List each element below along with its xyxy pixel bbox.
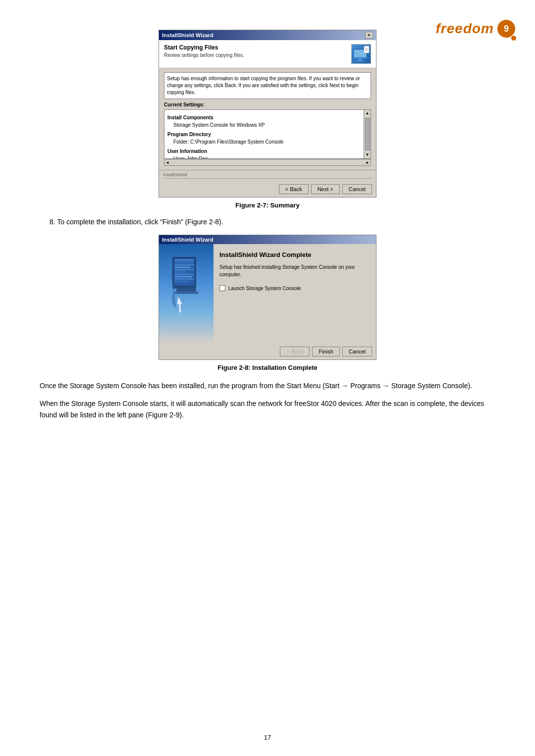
complete-title: InstallShield Wizard Complete xyxy=(219,251,370,258)
launch-label: Launch Storage System Console xyxy=(228,286,301,291)
user-value: User: John Doe xyxy=(173,155,362,159)
body-paragraph-2: When the Storage System Console starts, … xyxy=(40,398,495,420)
svg-rect-13 xyxy=(175,266,191,268)
titlebar-buttons-1: × xyxy=(365,32,373,39)
program-directory-value: Folder: C:\Program Files\Storage System … xyxy=(173,138,362,146)
wizard-footer-1: InstallShield xyxy=(159,170,376,181)
wizard2-left-panel xyxy=(159,244,214,343)
installshield-label-1: InstallShield xyxy=(163,172,187,177)
figure-7-area: InstallShield Wizard × Start Copying Fil… xyxy=(40,30,495,209)
wizard-title-2: InstallShield Wizard xyxy=(162,237,214,243)
wizard-dialog-summary: InstallShield Wizard × Start Copying Fil… xyxy=(159,30,376,198)
finish-button[interactable]: Finish xyxy=(312,347,339,356)
wizard-dialog-complete: InstallShield Wizard xyxy=(159,235,376,360)
logo-text: freedom xyxy=(436,21,494,37)
wizard-header-1: Start Copying Files Review settings befo… xyxy=(159,40,376,68)
logo-dot xyxy=(511,36,516,41)
wizard-header-title: Start Copying Files xyxy=(164,44,347,51)
install-components-label: Install Components xyxy=(167,114,362,121)
wizard-buttons-1: < Back Next > Cancel xyxy=(159,181,376,197)
wizard-titlebar-1: InstallShield Wizard × xyxy=(159,30,376,40)
program-directory-label: Program Directory xyxy=(167,131,362,138)
wizard2-right-panel: InstallShield Wizard Complete Setup has … xyxy=(214,244,376,343)
back-button-2[interactable]: < Back xyxy=(280,347,310,356)
svg-rect-21 xyxy=(174,292,198,294)
wizard-buttons-2: < Back Finish Cancel xyxy=(159,343,376,359)
wizard-header-text: Start Copying Files Review settings befo… xyxy=(164,44,347,58)
figure-8-caption: Figure 2-8: Installation Complete xyxy=(40,364,495,371)
next-button-1[interactable]: Next > xyxy=(311,184,340,194)
cancel-button-2[interactable]: Cancel xyxy=(342,347,372,356)
launch-checkbox-row: Launch Storage System Console xyxy=(219,285,370,291)
wizard-titlebar-2: InstallShield Wizard xyxy=(159,235,376,244)
svg-rect-16 xyxy=(175,274,194,275)
body-paragraph-1: Once the Storage System Console has been… xyxy=(40,380,495,391)
figure-7-caption: Figure 2-7: Summary xyxy=(40,202,495,209)
svg-rect-19 xyxy=(175,281,189,282)
logo-circle: 9 xyxy=(497,20,515,38)
svg-rect-14 xyxy=(175,269,194,270)
svg-rect-3 xyxy=(356,60,364,61)
logo-area: freedom 9 xyxy=(436,20,515,38)
cancel-button-1[interactable]: Cancel xyxy=(342,184,372,194)
install-components-value: Storage System Console for Windows XP xyxy=(173,121,362,129)
complete-text: Setup has finished installing Storage Sy… xyxy=(219,263,370,278)
page-number: 17 xyxy=(0,734,535,741)
wizard-title-1: InstallShield Wizard xyxy=(162,32,214,38)
svg-rect-10 xyxy=(175,259,194,261)
wizard-info-text: Setup has enough information to start co… xyxy=(164,72,371,99)
svg-rect-20 xyxy=(176,289,196,292)
user-info-label: User Information xyxy=(167,148,362,155)
wizard-header-desc: Review settings before copying files. xyxy=(164,52,347,58)
settings-box: Install Components Storage System Consol… xyxy=(164,109,371,159)
back-button-1[interactable]: < Back xyxy=(279,184,309,194)
svg-rect-18 xyxy=(175,278,194,280)
svg-rect-12 xyxy=(175,264,194,265)
svg-rect-11 xyxy=(175,262,194,263)
settings-label: Current Settings: xyxy=(164,102,371,107)
svg-rect-15 xyxy=(175,271,187,273)
wizard-header-icon xyxy=(351,44,371,64)
close-button-1[interactable]: × xyxy=(365,32,373,39)
wizard-main-1: Setup has enough information to start co… xyxy=(159,68,376,170)
main-content: InstallShield Wizard × Start Copying Fil… xyxy=(0,15,535,447)
figure-8-area: InstallShield Wizard xyxy=(40,235,495,371)
svg-rect-17 xyxy=(175,276,192,277)
wizard2-body: InstallShield Wizard Complete Setup has … xyxy=(159,244,376,343)
step-8-text: 8. To complete the installation, click “… xyxy=(50,218,495,226)
launch-checkbox[interactable] xyxy=(219,285,225,291)
